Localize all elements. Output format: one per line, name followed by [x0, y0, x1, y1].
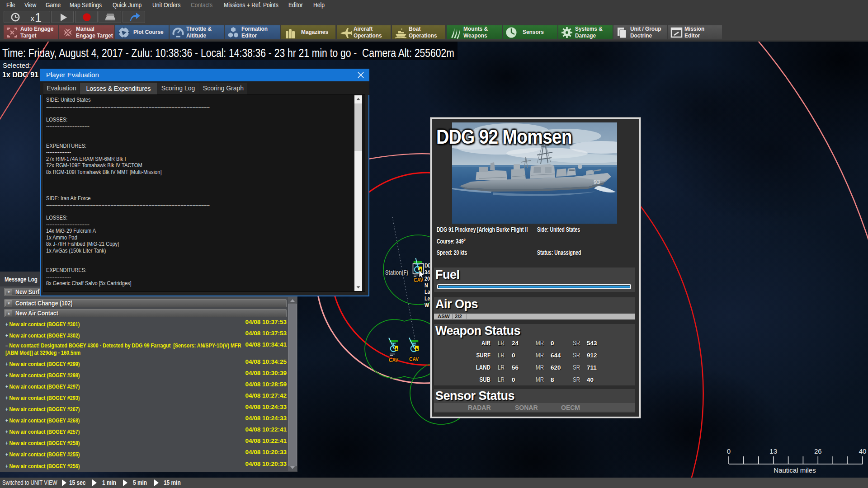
- svg-text:1: 1: [35, 11, 42, 23]
- svg-text:13: 13: [769, 447, 777, 455]
- svg-text:93: 93: [594, 178, 600, 185]
- svg-text:0: 0: [727, 447, 731, 455]
- svg-text:x: x: [30, 14, 35, 23]
- svg-text:40: 40: [859, 447, 867, 455]
- svg-text:26: 26: [814, 447, 822, 455]
- svg-text:Nautical miles: Nautical miles: [774, 466, 816, 474]
